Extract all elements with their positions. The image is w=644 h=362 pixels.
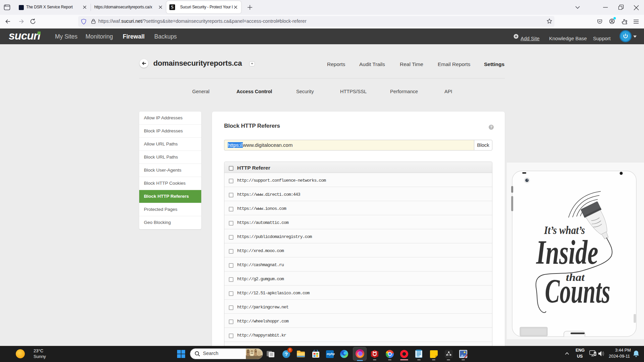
- svg-text:sucurı: sucurı: [9, 31, 41, 41]
- svg-text:Counts: Counts: [545, 272, 610, 310]
- svg-text:Inside: Inside: [536, 234, 598, 271]
